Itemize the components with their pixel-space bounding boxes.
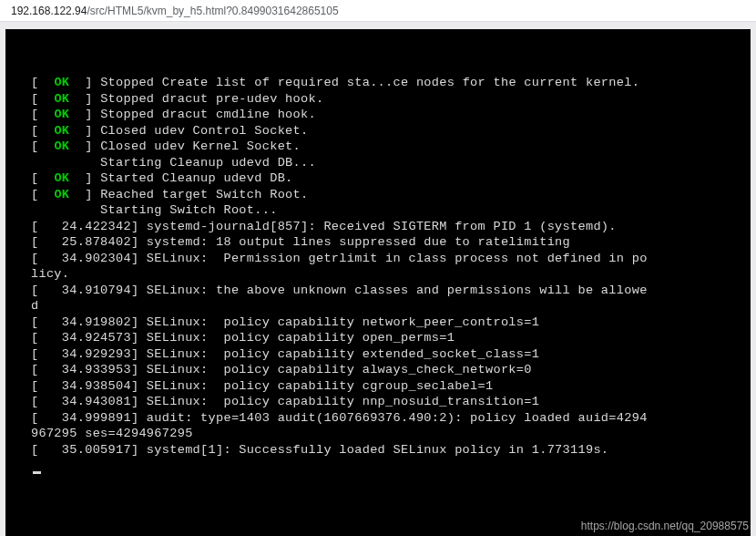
- address-bar[interactable]: 192.168.122.94/src/HTML5/kvm_by_h5.html?…: [0, 0, 756, 22]
- url-path: /src/HTML5/kvm_by_h5.html?0.849903164286…: [87, 5, 338, 17]
- watermark: https://blog.csdn.net/qq_20988575: [581, 520, 749, 532]
- url-host: 192.168.122.94: [11, 5, 87, 17]
- terminal-wrapper: [ OK ] Stopped Create list of required s…: [0, 22, 756, 536]
- cursor: [33, 471, 41, 474]
- terminal-output: [ OK ] Stopped Create list of required s…: [5, 29, 751, 536]
